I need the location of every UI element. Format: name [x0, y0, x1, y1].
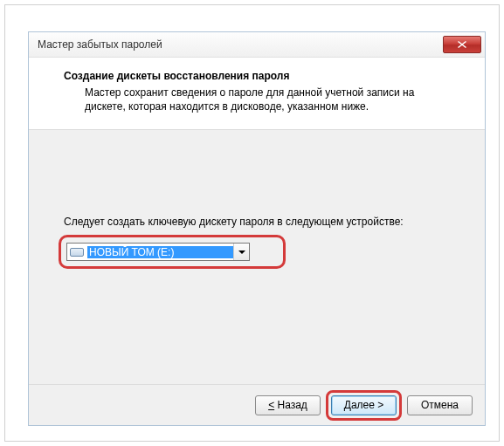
next-button-label: Далее >: [344, 399, 384, 411]
header-pane: Создание дискеты восстановления пароля М…: [29, 58, 485, 130]
chevron-down-icon: [233, 244, 249, 260]
cancel-button-label: Отмена: [421, 399, 459, 411]
drive-select[interactable]: НОВЫЙ ТОМ (E:): [66, 243, 250, 261]
close-icon: [458, 41, 466, 48]
highlight-next-button: Далее >: [326, 390, 402, 421]
drive-select-value: НОВЫЙ ТОМ (E:): [87, 246, 233, 258]
drive-icon: [70, 248, 84, 257]
highlight-drive-select: НОВЫЙ ТОМ (E:): [59, 235, 286, 269]
next-button[interactable]: Далее >: [331, 395, 397, 415]
body-pane: Следует создать ключевую дискету пароля …: [29, 130, 485, 384]
title-bar: Мастер забытых паролей: [29, 32, 485, 58]
cancel-button[interactable]: Отмена: [407, 395, 473, 415]
window-title: Мастер забытых паролей: [38, 38, 443, 51]
back-button[interactable]: < Назад: [255, 395, 321, 415]
page-title: Создание дискеты восстановления пароля: [64, 70, 450, 82]
instruction-text: Следует создать ключевую дискету пароля …: [64, 216, 450, 228]
footer-buttons: < Назад Далее > Отмена: [29, 384, 485, 425]
screenshot-frame: Мастер забытых паролей Создание дискеты …: [4, 4, 500, 442]
wizard-dialog: Мастер забытых паролей Создание дискеты …: [28, 31, 486, 426]
page-subtitle: Мастер сохранит сведения о пароле для да…: [64, 86, 450, 113]
back-button-label: < Назад: [268, 399, 307, 411]
close-button[interactable]: [443, 36, 481, 53]
